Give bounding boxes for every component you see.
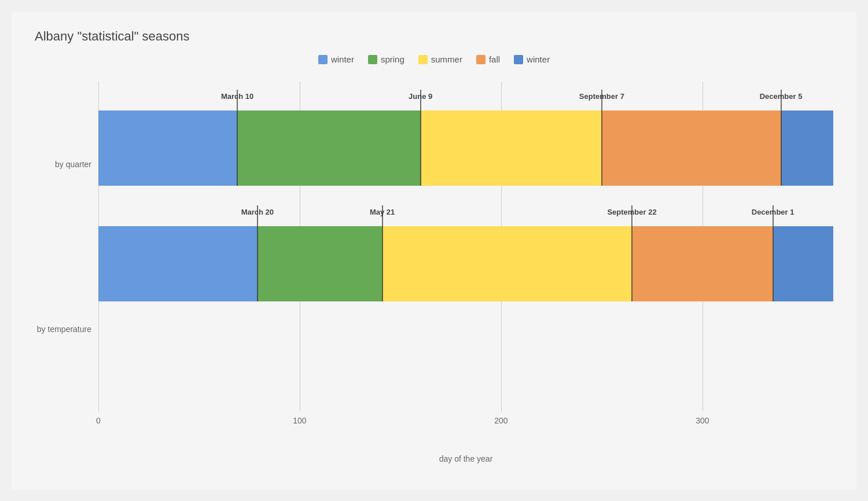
grid-and-bars: March 10June 9September 7December 5March… — [98, 82, 833, 411]
x-tick-200: 200 — [494, 416, 507, 425]
legend-label-1: spring — [381, 54, 404, 64]
bar-segment-0-1 — [237, 110, 421, 186]
legend-swatch-2 — [418, 55, 428, 64]
x-tick-0: 0 — [96, 416, 101, 425]
legend-item-winter-4: winter — [514, 54, 550, 64]
bar-segment-1-0 — [98, 226, 258, 301]
bar-segment-0-0 — [98, 110, 237, 186]
chart-title: Albany "statistical" seasons — [35, 29, 833, 44]
bar-segment-0-3 — [602, 110, 781, 186]
bar-divider-1-2 — [631, 205, 632, 301]
bar-segment-1-3 — [632, 226, 773, 301]
x-axis: day of the year 0100200300 — [98, 411, 833, 440]
plot-area: March 10June 9September 7December 5March… — [98, 82, 833, 440]
bar-divider-0-1 — [420, 90, 421, 186]
bar-segment-1-1 — [258, 226, 382, 301]
bar-divider-0-2 — [601, 90, 602, 186]
bar-divider-1-0 — [257, 205, 258, 301]
legend-label-4: winter — [527, 54, 550, 64]
bar-segment-1-2 — [382, 226, 632, 301]
x-tick-300: 300 — [696, 416, 709, 425]
legend-item-winter-0: winter — [318, 54, 354, 64]
y-label-0: by quarter — [55, 160, 91, 169]
y-label-1: by temperature — [37, 325, 91, 334]
bar-segment-0-4 — [781, 110, 833, 186]
legend-item-spring-1: spring — [368, 54, 404, 64]
chart-area: by quarterby temperature March 10June 9S… — [35, 82, 833, 440]
x-axis-title: day of the year — [439, 454, 493, 463]
legend-swatch-1 — [368, 55, 377, 64]
legend-label-3: fall — [489, 54, 500, 64]
legend-item-fall-3: fall — [476, 54, 500, 64]
legend-swatch-4 — [514, 55, 523, 64]
legend-label-0: winter — [331, 54, 354, 64]
bar-divider-0-0 — [237, 90, 238, 186]
legend-label-2: summer — [431, 54, 462, 64]
chart-container: Albany "statistical" seasons winter spri… — [12, 12, 856, 489]
legend-swatch-0 — [318, 55, 328, 64]
legend: winter spring summer fall winter — [35, 54, 833, 64]
bar-divider-1-3 — [773, 205, 774, 301]
bar-segment-0-2 — [421, 110, 602, 186]
x-tick-100: 100 — [293, 416, 306, 425]
bar-divider-0-3 — [781, 90, 782, 186]
bar-segment-1-4 — [773, 226, 833, 301]
legend-item-summer-2: summer — [418, 54, 462, 64]
bar-divider-1-1 — [382, 205, 383, 301]
y-axis-labels: by quarterby temperature — [35, 82, 98, 440]
legend-swatch-3 — [476, 55, 486, 64]
